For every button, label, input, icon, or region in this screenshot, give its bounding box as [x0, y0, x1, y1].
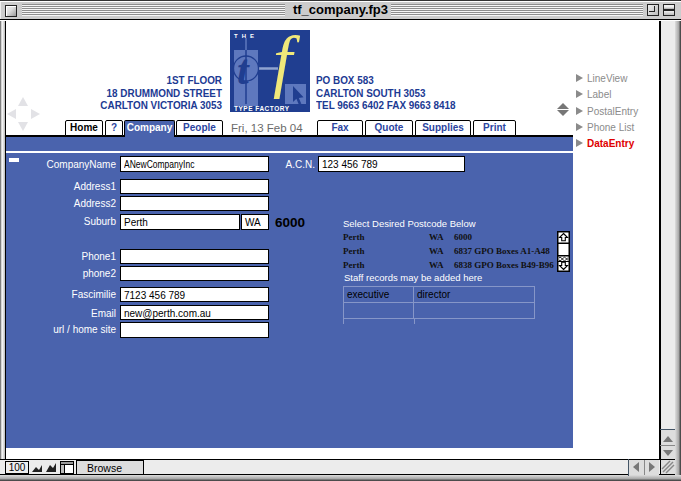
- svg-text:THE: THE: [234, 33, 258, 39]
- svg-text:t: t: [237, 47, 250, 93]
- svg-text:TYPE FACTORY: TYPE FACTORY: [234, 105, 290, 112]
